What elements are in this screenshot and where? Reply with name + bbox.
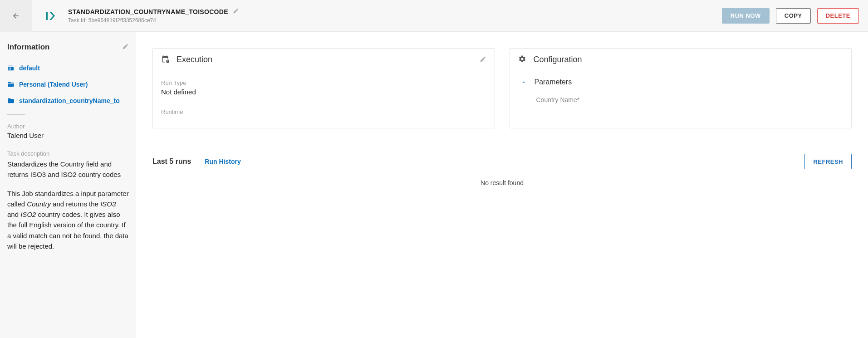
calendar-clock-icon (161, 55, 169, 64)
refresh-button[interactable]: REFRESH (804, 154, 852, 169)
task-id-label: Task Id: (68, 17, 87, 24)
parameters-toggle[interactable]: Parameters (521, 78, 843, 86)
sidebar-link-environment[interactable]: default (7, 60, 129, 76)
sidebar-link-label: default (19, 64, 40, 72)
edit-execution-icon[interactable] (480, 56, 486, 64)
arrow-left-icon (12, 12, 20, 20)
parameter-country-name: Country Name* (536, 96, 843, 103)
run-type-label: Run Type (161, 79, 486, 86)
task-id-value: 5be964819f2ff3352686ce74 (88, 17, 156, 24)
page-title: STANDARDIZATION_COUNTRYNAME_TOISOCODE (68, 8, 228, 15)
app-header: STANDARDIZATION_COUNTRYNAME_TOISOCODE Ta… (0, 0, 868, 32)
divider (7, 114, 25, 115)
copy-button[interactable]: COPY (776, 8, 811, 24)
parameters-label: Parameters (535, 78, 572, 86)
execution-card: Execution Run Type Not defined Runtime (152, 48, 495, 128)
no-result-text: No result found (152, 176, 852, 190)
back-button[interactable] (0, 0, 32, 32)
sidebar-link-label: Personal (Talend User) (19, 81, 88, 88)
configuration-card: Configuration Parameters Country Name* (510, 48, 852, 128)
sidebar-link-artifact[interactable]: standardization_countryName_to (7, 93, 129, 109)
delete-button[interactable]: DELETE (817, 8, 859, 24)
run-history-link[interactable]: Run History (205, 158, 240, 165)
info-sidebar: Information default Personal (Talend Use… (0, 32, 136, 338)
author-value: Talend User (7, 132, 129, 139)
svg-rect-0 (46, 12, 48, 20)
edit-title-icon[interactable] (233, 8, 239, 15)
main-content: Execution Run Type Not defined Runtime (136, 32, 868, 338)
sidebar-link-label: standardization_countryName_to (19, 97, 120, 104)
run-now-button[interactable]: RUN NOW (722, 8, 770, 24)
desc-summary: Standardizes the Country field and retur… (7, 159, 129, 180)
gear-icon (518, 55, 526, 64)
desc-label: Task description (7, 150, 129, 157)
sidebar-link-workspace[interactable]: Personal (Talend User) (7, 76, 129, 93)
app-logo (41, 10, 64, 21)
runtime-label: Runtime (161, 108, 486, 115)
configuration-title: Configuration (534, 55, 843, 64)
runs-title: Last 5 runs (152, 157, 191, 166)
author-label: Author (7, 123, 129, 130)
folder-icon (7, 97, 15, 104)
environment-icon (7, 64, 15, 72)
edit-info-icon[interactable] (122, 43, 129, 51)
workspace-icon (7, 81, 15, 88)
desc-detail: This Job standardizes a input parameter … (7, 188, 129, 252)
sidebar-title: Information (7, 43, 50, 52)
execution-title: Execution (177, 55, 472, 64)
chevron-up-icon (521, 79, 526, 85)
run-type-value: Not defined (161, 88, 486, 96)
